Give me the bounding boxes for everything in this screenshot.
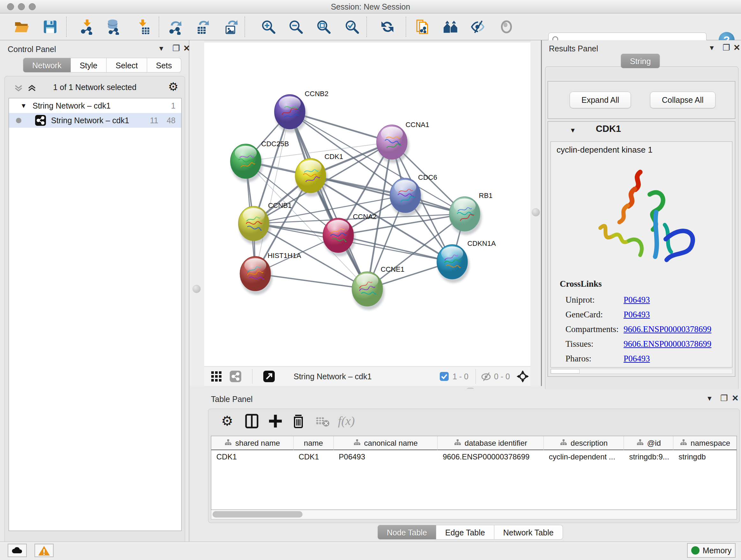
column-header-id[interactable]: @id bbox=[624, 436, 673, 450]
left-splitter-knob[interactable] bbox=[192, 285, 201, 293]
memory-button[interactable]: Memory bbox=[687, 543, 736, 558]
crosslink-link[interactable]: P06493 bbox=[623, 354, 650, 364]
gene-collapse-triangle-icon[interactable]: ▼ bbox=[569, 127, 576, 134]
hide-unhide-icon[interactable] bbox=[470, 19, 486, 35]
export-network-icon[interactable] bbox=[167, 19, 184, 35]
clipboard-network-icon[interactable] bbox=[414, 19, 430, 35]
collection-count: 1 bbox=[171, 98, 176, 113]
zoom-in-icon[interactable] bbox=[260, 19, 276, 35]
show-columns-icon[interactable] bbox=[244, 414, 259, 429]
crosslink-link[interactable]: 9606.ENSP00000378699 bbox=[623, 324, 711, 334]
import-table-icon[interactable] bbox=[135, 19, 151, 35]
network-node-CDC6[interactable] bbox=[390, 178, 422, 216]
network-node-CDK1[interactable] bbox=[295, 159, 328, 197]
collection-collapse-triangle-icon[interactable]: ▼ bbox=[20, 98, 27, 113]
network-node-CCNE1[interactable] bbox=[352, 272, 385, 310]
control-panel-title: Control Panel bbox=[8, 45, 56, 54]
cell-canonical-name[interactable]: P06493 bbox=[334, 450, 438, 463]
crosslink-link[interactable]: P06493 bbox=[623, 310, 650, 320]
show-graphics-icon[interactable] bbox=[498, 19, 515, 35]
export-table-icon[interactable] bbox=[195, 19, 211, 35]
network-node-CDKN1A[interactable] bbox=[437, 245, 469, 283]
column-header-shared-name[interactable]: shared name bbox=[211, 436, 293, 450]
tab-network-table[interactable]: Network Table bbox=[494, 525, 563, 540]
birds-eye-share-icon[interactable] bbox=[230, 371, 241, 382]
table-panel-float-icon[interactable]: ❐ bbox=[720, 393, 728, 403]
tab-network[interactable]: Network bbox=[23, 58, 71, 72]
open-session-icon[interactable] bbox=[14, 19, 30, 35]
tab-sets[interactable]: Sets bbox=[147, 58, 181, 72]
crosslink-link[interactable]: 9606.ENSP00000378699 bbox=[623, 339, 711, 349]
table-scrollbar-thumb[interactable] bbox=[212, 511, 302, 517]
column-header-canonical-name[interactable]: canonical name bbox=[334, 436, 438, 450]
expand-all-button[interactable]: Expand All bbox=[569, 91, 631, 108]
control-panel-collapse-icon[interactable]: ▼ bbox=[158, 45, 165, 52]
crosslink-link[interactable]: P06493 bbox=[623, 295, 650, 305]
control-panel-float-icon[interactable]: ❐ bbox=[172, 44, 180, 53]
crosshair-move-icon[interactable] bbox=[516, 370, 529, 384]
zoom-fit-icon[interactable] bbox=[316, 19, 332, 35]
home-layouts-icon[interactable] bbox=[443, 19, 459, 35]
collapse-all-button[interactable]: Collapse All bbox=[650, 91, 716, 108]
add-column-icon[interactable] bbox=[268, 414, 283, 429]
refresh-icon[interactable] bbox=[380, 19, 395, 35]
tab-edge-table[interactable]: Edge Table bbox=[436, 525, 494, 540]
cell-name[interactable]: CDK1 bbox=[293, 450, 334, 463]
cell-description[interactable]: cyclin-dependent ... bbox=[544, 450, 624, 463]
control-panel-close-icon[interactable]: ✕ bbox=[183, 44, 190, 53]
results-panel-float-icon[interactable]: ❐ bbox=[723, 43, 730, 53]
zoom-out-icon[interactable] bbox=[288, 19, 304, 35]
crosslinks-section: CrossLinks Uniprot:P06493 GeneCard:P0649… bbox=[560, 279, 726, 368]
network-options-gear-icon[interactable]: ⚙ bbox=[168, 80, 179, 94]
table-panel-collapse-icon[interactable]: ▼ bbox=[706, 395, 713, 402]
tab-style[interactable]: Style bbox=[71, 58, 107, 72]
left-splitter[interactable] bbox=[190, 40, 204, 386]
table-row[interactable]: CDK1 CDK1 P06493 9606.ENSP00000378699 cy… bbox=[211, 450, 737, 463]
cell-shared-name[interactable]: CDK1 bbox=[211, 450, 293, 463]
tab-select[interactable]: Select bbox=[107, 58, 147, 72]
delete-column-icon[interactable] bbox=[291, 414, 306, 429]
network-node-CDC25B[interactable] bbox=[230, 144, 263, 182]
save-session-icon[interactable] bbox=[42, 19, 58, 35]
column-header-namespace[interactable]: namespace bbox=[673, 436, 737, 450]
network-node-count: 11 bbox=[150, 113, 158, 128]
network-node-RB1[interactable] bbox=[449, 197, 482, 235]
table-panel-close-icon[interactable]: ✕ bbox=[732, 393, 739, 403]
warning-status-button[interactable] bbox=[35, 544, 54, 557]
grid-view-icon[interactable] bbox=[211, 371, 222, 382]
results-scrollbar-thumb[interactable] bbox=[551, 369, 580, 374]
import-database-icon[interactable] bbox=[105, 19, 121, 35]
toolbar-separator bbox=[158, 17, 159, 37]
network-edge[interactable] bbox=[290, 112, 367, 289]
network-node-HIST1H1A[interactable] bbox=[240, 256, 273, 295]
import-network-icon[interactable] bbox=[79, 19, 95, 35]
network-canvas[interactable]: CCNB2CCNA1CDC25BCDK1CDC6RB1CCNB1CCNA2CDK… bbox=[204, 43, 530, 366]
table-horizontal-scrollbar[interactable] bbox=[211, 510, 737, 519]
table-options-gear-icon[interactable]: ⚙ bbox=[221, 414, 237, 429]
export-image-icon[interactable] bbox=[223, 19, 239, 35]
table-tabs: Node TableEdge TableNetwork Table bbox=[378, 525, 563, 540]
cell-id[interactable]: stringdb:9... bbox=[624, 450, 673, 463]
results-panel-close-icon[interactable]: ✕ bbox=[733, 43, 740, 53]
right-splitter[interactable] bbox=[530, 40, 542, 386]
column-header-name[interactable]: name bbox=[293, 436, 334, 450]
network-node-CCNA2[interactable] bbox=[323, 218, 355, 256]
selected-checkbox-icon[interactable] bbox=[440, 372, 449, 381]
column-header-description[interactable]: description bbox=[544, 436, 624, 450]
network-node-CCNB2[interactable] bbox=[274, 95, 307, 133]
network-row[interactable]: String Network – cdk1 11 48 bbox=[9, 113, 181, 128]
column-header-database-identifier[interactable]: database identifier bbox=[437, 436, 544, 450]
network-collection-row[interactable]: ▼ String Network – cdk1 1 bbox=[9, 98, 181, 113]
network-edge[interactable] bbox=[311, 176, 465, 214]
right-splitter-knob[interactable] bbox=[532, 208, 540, 216]
tab-node-table[interactable]: Node Table bbox=[378, 525, 436, 540]
results-horizontal-scrollbar[interactable] bbox=[550, 369, 732, 374]
results-panel-collapse-icon[interactable]: ▼ bbox=[709, 44, 715, 52]
cell-database-identifier[interactable]: 9606.ENSP00000378699 bbox=[437, 450, 544, 463]
zoom-selected-icon[interactable] bbox=[344, 19, 360, 35]
open-in-window-icon[interactable] bbox=[263, 371, 275, 382]
cell-namespace[interactable]: stringdb bbox=[673, 450, 737, 463]
cloud-status-button[interactable] bbox=[8, 544, 27, 557]
tab-string[interactable]: String bbox=[621, 54, 660, 68]
network-node-CCNA1[interactable] bbox=[377, 125, 409, 163]
